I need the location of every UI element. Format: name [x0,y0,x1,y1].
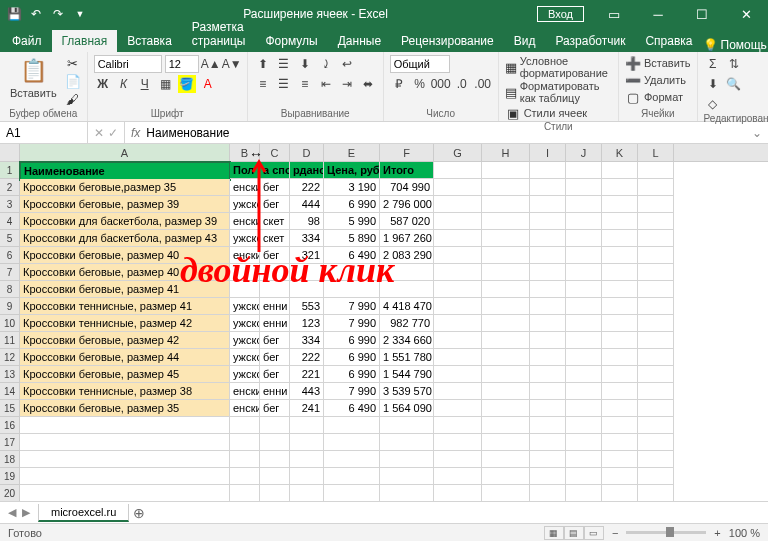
cell[interactable] [324,434,380,451]
cell[interactable]: Кроссовки беговые, размер 39 [20,196,230,213]
cell[interactable]: Кроссовки беговые,размер 35 [20,179,230,196]
fill-down-icon[interactable]: ⬇ [704,75,722,93]
cell[interactable] [434,162,482,179]
cell[interactable]: бег [260,196,290,213]
cell[interactable] [638,332,674,349]
row-header[interactable]: 8 [0,281,20,298]
clear-icon[interactable]: ◇ [704,95,722,113]
cell[interactable] [566,264,602,281]
cell[interactable]: 6 490 [324,247,380,264]
cell[interactable] [324,417,380,434]
col-header[interactable]: I [530,144,566,161]
cell[interactable] [638,230,674,247]
view-normal-icon[interactable]: ▦ [544,526,564,540]
cell[interactable]: Кроссовки беговые, размер 44 [20,349,230,366]
align-mid-icon[interactable]: ☰ [275,55,293,73]
comma-icon[interactable]: 000 [432,75,450,93]
cell[interactable]: 334 [290,332,324,349]
cell[interactable] [380,468,434,485]
cell[interactable] [530,179,566,196]
cell[interactable] [434,315,482,332]
cell[interactable]: 587 020 [380,213,434,230]
cell[interactable] [482,298,530,315]
cell[interactable] [566,383,602,400]
row-header[interactable]: 9 [0,298,20,315]
add-sheet-icon[interactable]: ⊕ [129,505,149,521]
cell[interactable] [530,298,566,315]
cell[interactable] [482,417,530,434]
cell[interactable] [434,383,482,400]
tab-review[interactable]: Рецензирование [391,30,504,52]
cell[interactable] [290,417,324,434]
cell[interactable]: 3 539 570 [380,383,434,400]
cell[interactable] [20,468,230,485]
cell[interactable]: ужско [230,230,260,247]
cell[interactable] [380,434,434,451]
cell[interactable] [602,400,638,417]
col-header[interactable]: J [566,144,602,161]
cell[interactable] [602,417,638,434]
cut-icon[interactable]: ✂ [65,55,81,71]
cell[interactable]: Кроссовки беговые, размер 40 [20,264,230,281]
fill-icon[interactable]: 🪣 [178,75,196,93]
row-header[interactable]: 2 [0,179,20,196]
cell[interactable] [482,264,530,281]
cell[interactable] [434,179,482,196]
cell[interactable]: 222 [290,179,324,196]
cell[interactable] [638,349,674,366]
col-header[interactable]: D [290,144,324,161]
cell[interactable] [482,162,530,179]
cell[interactable] [290,468,324,485]
cell[interactable] [566,298,602,315]
cell[interactable] [638,366,674,383]
row-header[interactable]: 11 [0,332,20,349]
cell[interactable]: Кроссовки для баскетбола, размер 43 [20,230,230,247]
cell[interactable]: 4 418 470 [380,298,434,315]
tab-view[interactable]: Вид [504,30,546,52]
cell[interactable] [638,417,674,434]
cell[interactable] [566,281,602,298]
cell[interactable]: скет [260,230,290,247]
sheet-next-icon[interactable]: ▶ [22,506,30,519]
cell[interactable]: ужско [230,315,260,332]
row-header[interactable]: 1 [0,162,20,179]
row-header[interactable]: 12 [0,349,20,366]
tab-help[interactable]: Справка [635,30,702,52]
tab-layout[interactable]: Разметка страницы [182,16,256,52]
cell[interactable] [638,383,674,400]
cell[interactable] [566,485,602,501]
cell[interactable]: Пол [230,162,260,179]
merge-icon[interactable]: ⬌ [359,75,377,93]
zoom-slider[interactable] [626,531,706,534]
cell[interactable] [530,332,566,349]
cell[interactable] [380,417,434,434]
cell[interactable] [638,485,674,501]
col-header[interactable]: E [324,144,380,161]
cell[interactable]: 704 990 [380,179,434,196]
cell[interactable] [566,417,602,434]
cell[interactable] [530,468,566,485]
cell[interactable]: 7 990 [324,383,380,400]
cell[interactable] [290,485,324,501]
cell[interactable]: рдано, [290,162,324,179]
cell[interactable] [602,230,638,247]
cell[interactable] [602,264,638,281]
cell[interactable]: 7 990 [324,298,380,315]
cell[interactable] [530,162,566,179]
col-header[interactable]: G [434,144,482,161]
cell[interactable] [530,349,566,366]
cell[interactable]: бег [260,247,290,264]
cell[interactable] [602,485,638,501]
cell[interactable] [434,298,482,315]
cell[interactable] [566,315,602,332]
tell-me[interactable]: 💡 Помощь [703,38,767,52]
copy-icon[interactable]: 📄 [65,73,81,89]
cell[interactable] [638,315,674,332]
cell[interactable] [434,451,482,468]
cell[interactable]: ужско [230,196,260,213]
cell[interactable]: Кроссовки беговые, размер 41 [20,281,230,298]
sheet-tab[interactable]: microexcel.ru [38,504,129,522]
cell[interactable] [482,383,530,400]
cell[interactable] [566,332,602,349]
cell[interactable] [434,400,482,417]
